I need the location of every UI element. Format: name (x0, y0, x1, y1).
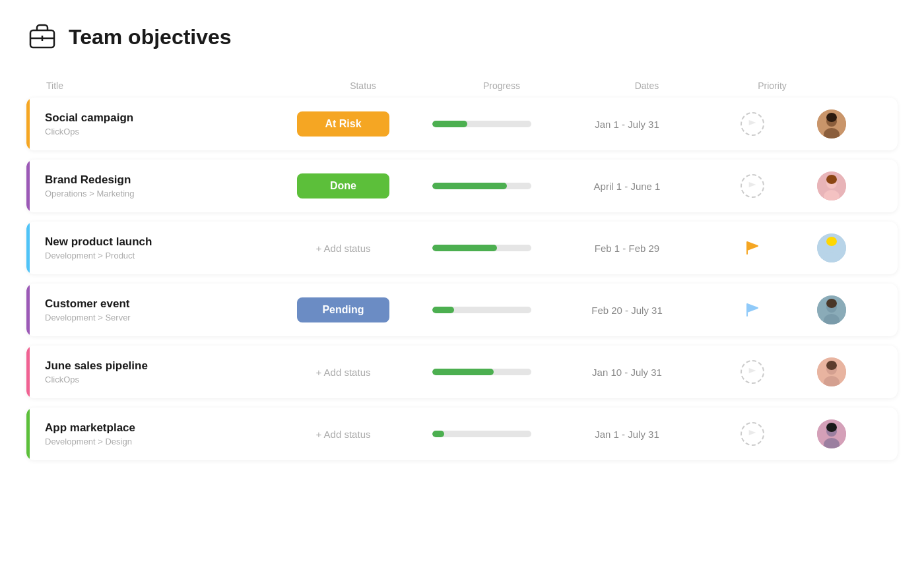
objective-name: App marketplace (45, 421, 277, 435)
row-priority-cell[interactable] (700, 298, 805, 322)
table-row: New product launch Development > Product… (26, 222, 898, 274)
table-row: June sales pipeline ClickOps + Add statu… (26, 346, 898, 398)
progress-bar-background (432, 121, 531, 127)
progress-bar-background (432, 307, 531, 313)
progress-bar-fill (432, 121, 467, 127)
flag-empty-icon[interactable] (741, 174, 764, 198)
row-priority-cell[interactable] (700, 360, 805, 384)
row-progress-cell (409, 183, 554, 189)
row-priority-cell[interactable] (700, 174, 805, 198)
row-status-cell[interactable]: At Risk (277, 111, 409, 137)
row-title-cell: Social campaign ClickOps (26, 111, 277, 137)
svg-point-6 (826, 113, 837, 122)
flag-empty-icon[interactable] (741, 422, 764, 446)
row-status-cell[interactable]: Pending (277, 297, 409, 322)
row-priority-cell[interactable] (700, 422, 805, 446)
row-avatar-cell (805, 295, 858, 324)
svg-point-26 (826, 423, 837, 432)
svg-point-10 (826, 175, 837, 184)
progress-bar-background (432, 183, 531, 189)
col-header-dates: Dates (574, 80, 719, 91)
row-title-cell: New product launch Development > Product (26, 235, 277, 260)
row-progress-cell (409, 369, 554, 375)
add-status-button[interactable]: + Add status (316, 243, 371, 254)
objectives-list: Social campaign ClickOps At Risk Jan 1 -… (26, 98, 898, 460)
status-badge[interactable]: Pending (297, 297, 389, 322)
avatar (817, 233, 846, 262)
row-dates-cell: April 1 - June 1 (554, 181, 700, 192)
row-accent-bar (26, 160, 30, 212)
row-progress-cell (409, 121, 554, 127)
row-accent-bar (26, 98, 30, 150)
row-status-cell[interactable]: + Add status (277, 367, 409, 378)
col-header-avatar (825, 80, 878, 91)
row-avatar-cell (805, 171, 858, 200)
row-title-cell: June sales pipeline ClickOps (26, 359, 277, 384)
flag-empty-icon[interactable] (741, 112, 764, 136)
row-progress-cell (409, 245, 554, 251)
row-priority-cell[interactable] (700, 236, 805, 260)
progress-bar-fill (432, 431, 444, 437)
svg-point-22 (826, 361, 837, 370)
objective-name: Social campaign (45, 111, 277, 125)
row-avatar-cell (805, 109, 858, 138)
avatar (817, 357, 846, 386)
add-status-button[interactable]: + Add status (316, 429, 371, 440)
objective-subtitle: ClickOps (45, 375, 277, 384)
col-header-progress: Progress (429, 80, 574, 91)
row-accent-bar (26, 408, 30, 460)
objective-name: Customer event (45, 297, 277, 311)
svg-point-14 (826, 237, 837, 246)
row-status-cell[interactable]: Done (277, 173, 409, 199)
row-accent-bar (26, 284, 30, 336)
row-status-cell[interactable]: + Add status (277, 429, 409, 440)
objective-name: Brand Redesign (45, 173, 277, 187)
table-row: Customer event Development > Server Pend… (26, 284, 898, 336)
row-status-cell[interactable]: + Add status (277, 243, 409, 254)
avatar (817, 419, 846, 448)
svg-point-18 (826, 299, 837, 308)
row-priority-cell[interactable] (700, 112, 805, 136)
status-badge[interactable]: Done (297, 173, 389, 199)
table-row: App marketplace Development > Design + A… (26, 408, 898, 460)
briefcase-icon (26, 20, 58, 54)
col-header-priority: Priority (719, 80, 825, 91)
row-progress-cell (409, 307, 554, 313)
row-title-cell: Brand Redesign Operations > Marketing (26, 173, 277, 199)
flag-icon[interactable] (741, 236, 764, 260)
progress-bar-fill (432, 369, 494, 375)
flag-empty-icon[interactable] (741, 360, 764, 384)
objective-name: New product launch (45, 235, 277, 249)
table-header: Title Status Progress Dates Priority (26, 80, 898, 98)
objective-subtitle: ClickOps (45, 127, 277, 137)
page-title: Team objectives (69, 25, 232, 49)
page-header: Team objectives (26, 20, 898, 54)
row-avatar-cell (805, 357, 858, 386)
avatar (817, 171, 846, 200)
add-status-button[interactable]: + Add status (316, 367, 371, 378)
row-avatar-cell (805, 419, 858, 448)
row-progress-cell (409, 431, 554, 437)
status-badge[interactable]: At Risk (297, 111, 389, 137)
avatar (817, 295, 846, 324)
progress-bar-fill (432, 307, 454, 313)
objective-subtitle: Development > Design (45, 437, 277, 446)
row-dates-cell: Feb 20 - July 31 (554, 305, 700, 316)
table-row: Social campaign ClickOps At Risk Jan 1 -… (26, 98, 898, 150)
progress-bar-background (432, 369, 531, 375)
objective-subtitle: Development > Product (45, 251, 277, 260)
row-dates-cell: Feb 1 - Feb 29 (554, 243, 700, 254)
objective-name: June sales pipeline (45, 359, 277, 373)
row-avatar-cell (805, 233, 858, 262)
flag-icon[interactable] (741, 298, 764, 322)
avatar (817, 109, 846, 138)
progress-bar-fill (432, 183, 507, 189)
table-row: Brand Redesign Operations > Marketing Do… (26, 160, 898, 212)
progress-bar-background (432, 431, 531, 437)
col-header-status: Status (297, 80, 429, 91)
progress-bar-background (432, 245, 531, 251)
row-title-cell: Customer event Development > Server (26, 297, 277, 322)
row-accent-bar (26, 222, 30, 274)
row-accent-bar (26, 346, 30, 398)
row-dates-cell: Jan 10 - July 31 (554, 367, 700, 378)
